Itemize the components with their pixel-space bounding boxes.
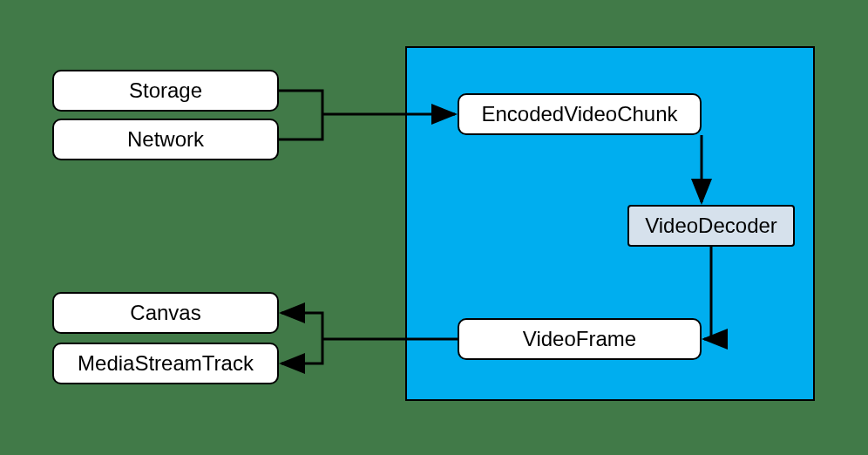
arrow-storage-to-bracket [279,91,322,114]
arrow-network-to-bracket [279,114,322,139]
canvas-node: Canvas [52,292,279,334]
encoded-video-chunk-label: EncodedVideoChunk [481,102,677,126]
video-frame-label: VideoFrame [523,327,636,351]
arrow-bracket-to-mst [281,339,322,363]
arrow-bracket-to-canvas [281,313,322,339]
video-decoder-label: VideoDecoder [645,214,777,238]
network-label: Network [127,127,204,152]
media-stream-track-node: MediaStreamTrack [52,343,279,384]
storage-label: Storage [129,78,202,103]
video-frame-node: VideoFrame [458,318,702,360]
canvas-label: Canvas [130,301,200,325]
video-decoder-node: VideoDecoder [627,205,795,247]
media-stream-track-label: MediaStreamTrack [78,351,254,376]
encoded-video-chunk-node: EncodedVideoChunk [458,93,702,135]
storage-node: Storage [52,70,279,112]
network-node: Network [52,119,279,160]
